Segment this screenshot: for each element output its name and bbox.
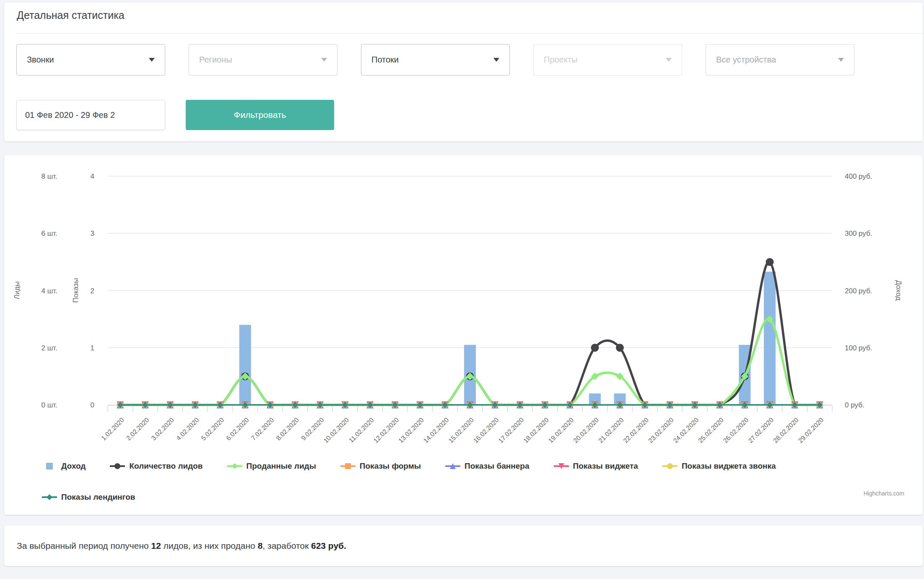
svg-text:17.02.2020: 17.02.2020 <box>497 416 525 444</box>
legend-marker-icon <box>553 462 570 470</box>
legend-item[interactable]: Показы формы <box>340 462 421 471</box>
legend-marker-icon <box>226 462 243 470</box>
legend-marker-icon <box>340 462 356 470</box>
svg-text:9.02.2020: 9.02.2020 <box>300 416 325 442</box>
filter-dropdown-projects-label: Проекты <box>544 55 577 65</box>
svg-text:0 руб.: 0 руб. <box>845 401 864 409</box>
filter-dropdown-streams[interactable]: Потоки <box>361 44 510 76</box>
svg-text:11.02.2020: 11.02.2020 <box>348 416 375 444</box>
svg-text:15.02.2020: 15.02.2020 <box>447 416 475 444</box>
svg-text:2 шт.: 2 шт. <box>42 344 57 352</box>
legend-item-label: Показы виджета звонка <box>682 462 776 471</box>
svg-text:20.02.2020: 20.02.2020 <box>572 416 600 444</box>
summary-prefix: За выбранный период получено <box>17 541 151 550</box>
svg-text:300 руб.: 300 руб. <box>845 230 872 237</box>
svg-text:1: 1 <box>91 344 94 352</box>
svg-text:100 руб.: 100 руб. <box>845 344 872 352</box>
legend-item-label: Показы формы <box>360 462 421 471</box>
svg-text:Доход: Доход <box>895 280 903 300</box>
svg-text:200 руб.: 200 руб. <box>845 287 872 295</box>
filter-dropdown-devices-label: Все устройства <box>716 55 776 65</box>
svg-text:4.02.2020: 4.02.2020 <box>175 416 200 442</box>
legend-item[interactable]: Показы лендингов <box>41 493 135 502</box>
chevron-down-icon <box>321 58 327 62</box>
legend-item[interactable]: Доход <box>41 462 86 471</box>
svg-text:28.02.2020: 28.02.2020 <box>772 416 800 444</box>
legend-item[interactable]: Показы баннера <box>444 462 529 471</box>
summary-text: За выбранный период получено 12 лидов, и… <box>17 541 346 551</box>
svg-text:26.02.2020: 26.02.2020 <box>722 416 750 444</box>
chevron-down-icon <box>666 58 672 62</box>
filter-dropdown-projects[interactable]: Проекты <box>533 44 682 76</box>
chart-legend: ДоходКоличество лидовПроданные лидыПоказ… <box>41 462 829 502</box>
income-bars <box>239 272 776 405</box>
svg-text:1.02.2020: 1.02.2020 <box>100 416 125 442</box>
svg-text:8.02.2020: 8.02.2020 <box>275 416 300 442</box>
legend-marker-icon <box>662 462 678 470</box>
legend-item[interactable]: Показы виджета <box>553 462 638 471</box>
legend-marker-icon <box>41 493 58 501</box>
svg-text:3.02.2020: 3.02.2020 <box>150 416 175 442</box>
svg-text:7.02.2020: 7.02.2020 <box>250 416 275 442</box>
svg-text:19.02.2020: 19.02.2020 <box>547 416 575 444</box>
svg-text:0 шт.: 0 шт. <box>42 401 57 409</box>
legend-marker-icon <box>444 462 461 470</box>
earnings-value: 623 руб. <box>311 541 346 550</box>
svg-text:14.02.2020: 14.02.2020 <box>422 416 450 444</box>
summary-mid1: лидов, из них продано <box>161 541 258 550</box>
legend-item-label: Количество лидов <box>129 462 202 471</box>
svg-text:2.02.2020: 2.02.2020 <box>125 416 151 442</box>
filters-card: Детальная статистика Звонки Регионы Пото… <box>4 3 923 141</box>
filter-dropdown-regions-label: Регионы <box>199 55 232 65</box>
summary-bar: За выбранный период получено 12 лидов, и… <box>4 525 923 566</box>
legend-marker-icon <box>41 462 58 470</box>
svg-text:Лиды: Лиды <box>13 282 21 300</box>
svg-text:3: 3 <box>91 230 94 237</box>
filter-dropdown-calls[interactable]: Звонки <box>16 44 165 76</box>
statistics-chart: 0 шт.2 шт.4 шт.6 шт.8 шт.012340 руб.100 … <box>4 155 923 515</box>
filter-dropdown-regions[interactable]: Регионы <box>189 44 337 76</box>
svg-text:0: 0 <box>91 401 94 409</box>
legend-item-label: Показы баннера <box>465 462 529 471</box>
legend-item-label: Доход <box>61 462 86 471</box>
zero-series-markers <box>117 402 823 409</box>
chart-card: 0 шт.2 шт.4 шт.6 шт.8 шт.012340 руб.100 … <box>4 155 923 515</box>
page-title: Детальная статистика <box>17 9 125 21</box>
summary-mid2: , заработок <box>262 541 311 550</box>
highcharts-credit-link[interactable]: Highcharts.com <box>864 490 904 497</box>
svg-text:10.02.2020: 10.02.2020 <box>322 416 350 444</box>
x-axis-labels: 1.02.20202.02.20203.02.20204.02.20205.02… <box>100 416 825 444</box>
legend-item-label: Показы лендингов <box>61 493 135 502</box>
filter-dropdown-devices[interactable]: Все устройства <box>706 44 854 76</box>
legend-item-label: Проданные лиды <box>247 462 316 471</box>
page: Детальная статистика Звонки Регионы Пото… <box>0 0 924 579</box>
sold-count-value: 8 <box>258 541 263 550</box>
svg-text:5.02.2020: 5.02.2020 <box>200 416 225 442</box>
leads-count-value: 12 <box>151 541 161 550</box>
svg-text:4 шт.: 4 шт. <box>42 287 57 295</box>
legend-item[interactable]: Проданные лиды <box>226 462 316 471</box>
filter-dropdown-streams-label: Потоки <box>371 55 399 65</box>
divider <box>16 33 923 34</box>
legend-item-label: Показы виджета <box>573 462 638 471</box>
filter-button[interactable]: Фильтровать <box>186 100 334 130</box>
svg-text:12.02.2020: 12.02.2020 <box>372 416 400 444</box>
svg-text:29.02.2020: 29.02.2020 <box>797 416 825 444</box>
chevron-down-icon <box>493 58 499 62</box>
svg-text:400 руб.: 400 руб. <box>845 172 872 180</box>
svg-text:24.02.2020: 24.02.2020 <box>672 416 700 444</box>
svg-text:2: 2 <box>91 287 94 295</box>
date-range-input[interactable] <box>16 100 165 130</box>
svg-text:18.02.2020: 18.02.2020 <box>522 416 550 444</box>
svg-text:8 шт.: 8 шт. <box>42 172 57 180</box>
legend-item[interactable]: Показы виджета звонка <box>662 462 776 471</box>
svg-text:21.02.2020: 21.02.2020 <box>597 416 625 444</box>
svg-text:16.02.2020: 16.02.2020 <box>472 416 500 444</box>
svg-text:27.02.2020: 27.02.2020 <box>747 416 775 444</box>
svg-text:22.02.2020: 22.02.2020 <box>622 416 650 444</box>
svg-text:4: 4 <box>91 172 94 180</box>
filter-dropdown-calls-label: Звонки <box>27 55 54 65</box>
legend-item[interactable]: Количество лидов <box>109 462 202 471</box>
svg-text:23.02.2020: 23.02.2020 <box>647 416 675 444</box>
chevron-down-icon <box>149 58 155 62</box>
